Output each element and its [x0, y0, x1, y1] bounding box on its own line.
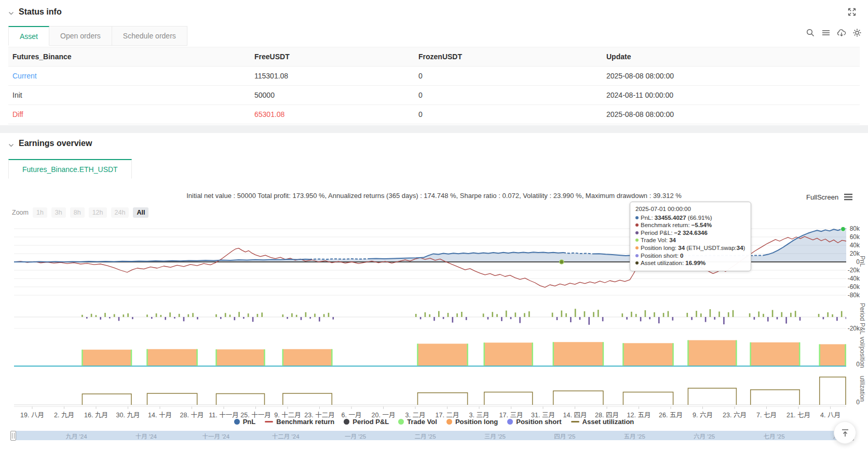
legend-dot-icon [507, 419, 513, 425]
earnings-tabs: Futures_Binance.ETH_USDT [8, 159, 132, 179]
legend-item-position-short[interactable]: Position short [507, 418, 561, 426]
navigator-month-label: 六月 '25 [694, 432, 715, 440]
tooltip-row: Position long: 34 (ETH_USDT.swap:34) [635, 244, 745, 252]
tooltip-row: PnL: 33455.4027 (66.91%) [635, 214, 745, 222]
zoom-label: Zoom [12, 209, 29, 216]
legend-dot-icon [446, 419, 452, 425]
legend-item-period-p-l[interactable]: Period P&L [344, 418, 389, 426]
legend-item-trade-vol[interactable]: Trade Vol [398, 418, 437, 426]
legend-dot-icon [234, 419, 240, 425]
row-init-frozen: 0 [414, 91, 602, 99]
navigator-left-handle[interactable] [10, 431, 16, 441]
earnings-collapse-chevron-icon[interactable] [8, 142, 15, 149]
tooltip-row: Period P&L: −2 324.6346 [635, 229, 745, 237]
chart-menu-icon[interactable] [844, 193, 853, 201]
table-row-current: Current 115301.08 0 2025-08-08 08:00:00 [8, 67, 860, 86]
tab-asset[interactable]: Asset [8, 26, 49, 46]
status-collapse-chevron-icon[interactable] [8, 10, 15, 17]
cloud-download-icon[interactable] [837, 28, 846, 37]
table-row-init: Init 50000 0 2024-08-11 00:00:00 [8, 86, 860, 105]
table-row-diff: Diff 65301.08 0 2025-08-08 08:00:00 [8, 105, 860, 124]
tooltip-series-dot [635, 223, 639, 227]
expand-icon[interactable] [847, 7, 857, 17]
panel-title-period-p-l: Period P&L [858, 303, 867, 334]
tooltip-row: Position short: 0 [635, 252, 745, 260]
navigator-month-label: 二月 '25 [414, 432, 436, 440]
tooltip-series-dot [635, 246, 639, 249]
asset-table: Futures_Binance FreeUSDT FrozenUSDT Upda… [8, 47, 860, 124]
navigator-month-label: 一月 '25 [345, 432, 366, 440]
col-header-update: Update [602, 52, 860, 61]
row-current-update: 2025-08-08 08:00:00 [602, 72, 860, 80]
legend-dot-icon [398, 419, 404, 425]
zoom-3h-button[interactable]: 3h [51, 207, 66, 218]
chart-navigator[interactable]: 九月 '24十月 '24十一月 '24十二月 '24一月 '25二月 '25三月… [12, 431, 851, 440]
panel-title-vol-position: vol/position [858, 337, 867, 368]
legend-item-asset-utilization[interactable]: Asset utilization [571, 418, 634, 426]
arrow-up-icon [840, 428, 850, 438]
tooltip-timestamp: 2025-07-01 00:00:00 [635, 205, 745, 213]
row-diff-label: Diff [8, 110, 250, 118]
navigator-month-label: 七月 '25 [763, 432, 784, 440]
panel-title-pnl: PnL [858, 220, 867, 302]
tab-open-orders[interactable]: Open orders [49, 26, 112, 46]
navigator-month-label: 十二月 '24 [272, 432, 300, 440]
tab-schedule-orders[interactable]: Schedule orders [112, 26, 187, 46]
tooltip-row: Benchmark return: −5.54% [635, 221, 745, 229]
fullscreen-label[interactable]: FullScreen [806, 193, 838, 201]
utilization-panel[interactable] [14, 371, 846, 406]
row-diff-frozen: 0 [414, 110, 602, 118]
zoom-8h-button[interactable]: 8h [70, 207, 85, 218]
tooltip-series-dot [635, 231, 639, 234]
chart-stats-line: Initial net value : 50000 Total profit: … [0, 192, 868, 200]
zoom-1h-button[interactable]: 1h [33, 207, 47, 218]
col-header-account: Futures_Binance [8, 52, 250, 61]
zoom-24h-button[interactable]: 24h [111, 207, 129, 218]
navigator-month-label: 十一月 '24 [202, 432, 229, 440]
chart-legend: PnLBenchmark returnPeriod P&LTrade VolPo… [0, 418, 868, 426]
navigator-month-label: 三月 '25 [484, 432, 506, 440]
period-pnl-panel[interactable] [14, 303, 846, 334]
navigator-labels: 九月 '24十月 '24十一月 '24十二月 '24一月 '25二月 '25三月… [12, 431, 851, 440]
legend-line-icon [265, 421, 273, 422]
search-icon[interactable] [806, 28, 815, 37]
earnings-section-title: Earnings overview [19, 139, 92, 148]
status-tabs: Asset Open orders Schedule orders [8, 26, 187, 46]
tooltip-series-dot [635, 254, 639, 257]
chart-tooltip: 2025-07-01 00:00:00 PnL: 33455.4027 (66.… [630, 202, 751, 271]
legend-item-benchmark-return[interactable]: Benchmark return [265, 418, 334, 426]
tab-futures-binance-eth-usdt[interactable]: Futures_Binance.ETH_USDT [8, 159, 132, 179]
tooltip-row: Asset utilization: 16.99% [635, 259, 745, 267]
gear-icon[interactable] [852, 28, 862, 37]
col-header-frozen: FrozenUSDT [414, 52, 602, 61]
row-init-update: 2024-08-11 00:00:00 [602, 91, 860, 99]
row-current-frozen: 0 [414, 72, 602, 80]
tooltip-series-dot [635, 261, 639, 265]
row-diff-update: 2025-08-08 08:00:00 [602, 110, 860, 118]
navigator-month-label: 十月 '24 [135, 432, 157, 440]
row-current-link[interactable]: Current [8, 72, 250, 80]
navigator-month-label: 五月 '25 [624, 432, 645, 440]
legend-dot-icon [344, 419, 349, 425]
back-to-top-button[interactable] [834, 421, 856, 444]
tooltip-series-dot [635, 216, 639, 219]
legend-line-icon [571, 421, 579, 422]
row-init-free: 50000 [250, 91, 414, 99]
vol-position-panel[interactable] [14, 337, 846, 368]
row-current-free: 115301.08 [250, 72, 414, 80]
col-header-free: FreeUSDT [250, 52, 414, 61]
row-init-label: Init [8, 91, 250, 99]
status-section-title: Status info [19, 7, 62, 17]
zoom-12h-button[interactable]: 12h [89, 207, 107, 218]
zoom-controls: Zoom 1h 3h 8h 12h 24h All [12, 207, 148, 218]
tooltip-series-dot [635, 239, 639, 242]
legend-item-position-long[interactable]: Position long [446, 418, 498, 426]
tooltip-row: Trade Vol: 34 [635, 236, 745, 244]
row-diff-free: 65301.08 [250, 110, 414, 118]
panel-title-utilization: utilization [858, 371, 867, 406]
menu-icon[interactable] [821, 28, 831, 37]
legend-item-pnl[interactable]: PnL [234, 418, 256, 426]
zoom-all-button[interactable]: All [133, 207, 148, 218]
fullscreen-control: FullScreen [806, 193, 853, 201]
navigator-month-label: 四月 '25 [554, 432, 575, 440]
